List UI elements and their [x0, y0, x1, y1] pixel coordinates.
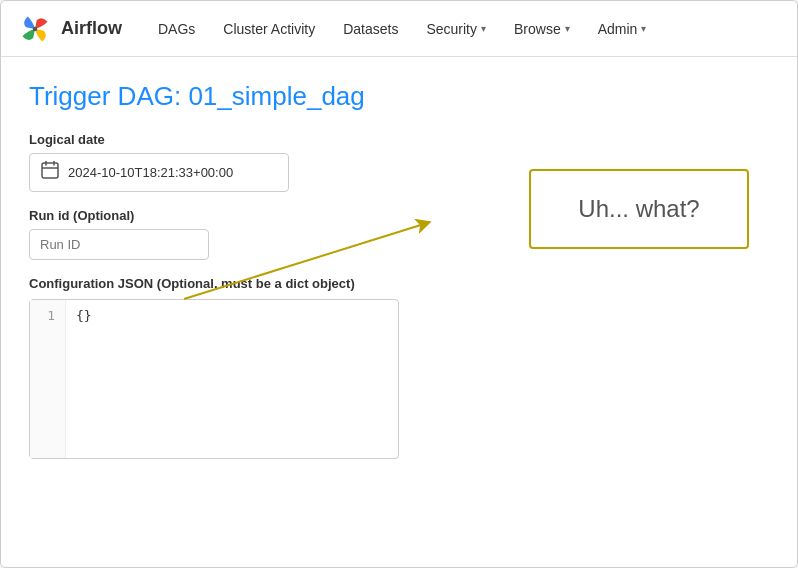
- brand-name: Airflow: [61, 18, 122, 39]
- config-json-section: Configuration JSON (Optional, must be a …: [29, 276, 769, 459]
- nav-items: DAGs Cluster Activity Datasets Security …: [146, 13, 781, 45]
- app-window: Airflow DAGs Cluster Activity Datasets S…: [0, 0, 798, 568]
- config-label: Configuration JSON (Optional, must be a …: [29, 276, 769, 291]
- page-title: Trigger DAG: 01_simple_dag: [29, 81, 769, 112]
- nav-item-admin[interactable]: Admin ▾: [586, 13, 659, 45]
- nav-item-dags[interactable]: DAGs: [146, 13, 207, 45]
- code-editor[interactable]: 1 {}: [29, 299, 399, 459]
- calendar-icon: [40, 160, 60, 185]
- annotation-box: Uh... what?: [529, 169, 749, 249]
- run-id-input[interactable]: [29, 229, 209, 260]
- main-content: Trigger DAG: 01_simple_dag Logical date …: [1, 57, 797, 567]
- annotation-text: Uh... what?: [578, 195, 699, 223]
- nav-item-cluster-activity[interactable]: Cluster Activity: [211, 13, 327, 45]
- line-number-1: 1: [47, 308, 55, 323]
- svg-point-0: [33, 26, 38, 31]
- nav-item-security[interactable]: Security ▾: [414, 13, 498, 45]
- logical-date-label: Logical date: [29, 132, 769, 147]
- airflow-logo-icon: [17, 11, 53, 47]
- brand[interactable]: Airflow: [17, 11, 122, 47]
- code-content: {}: [66, 300, 102, 458]
- nav-item-datasets[interactable]: Datasets: [331, 13, 410, 45]
- dag-name: 01_simple_dag: [188, 81, 364, 111]
- line-numbers: 1: [30, 300, 66, 458]
- config-json-value: {}: [76, 308, 92, 323]
- chevron-down-icon: ▾: [641, 23, 646, 34]
- nav-item-browse[interactable]: Browse ▾: [502, 13, 582, 45]
- svg-rect-1: [42, 163, 58, 178]
- date-value: 2024-10-10T18:21:33+00:00: [68, 165, 233, 180]
- title-prefix: Trigger DAG:: [29, 81, 188, 111]
- chevron-down-icon: ▾: [481, 23, 486, 34]
- date-input-wrapper[interactable]: 2024-10-10T18:21:33+00:00: [29, 153, 289, 192]
- chevron-down-icon: ▾: [565, 23, 570, 34]
- navbar: Airflow DAGs Cluster Activity Datasets S…: [1, 1, 797, 57]
